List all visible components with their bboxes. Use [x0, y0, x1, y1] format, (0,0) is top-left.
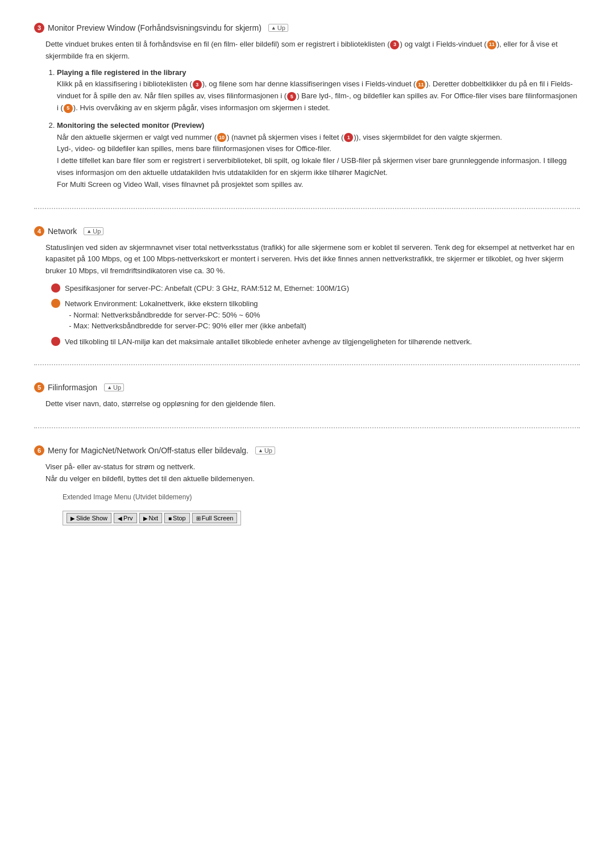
toolbar-box: ▶ Slide Show ◀ Prv ▶ Nxt ■ Stop [63, 511, 241, 525]
section-icon-monitor: 3 [34, 23, 44, 33]
toolbar-btn-fullscreen[interactable]: ⊞ Full Screen [192, 513, 238, 523]
list-item-1-title: Playing a file registered in the library [57, 68, 186, 77]
prv-icon: ◀ [118, 515, 122, 521]
section-network-up-link[interactable]: ▲ Up [84, 227, 103, 235]
inline-icon-1c: 5 [287, 92, 296, 101]
section-filinformasjon-body: Dette viser navn, dato, størrelse og opp… [34, 398, 580, 410]
toolbar-btn-slideshow[interactable]: ▶ Slide Show [67, 513, 111, 523]
section-icon-network: 4 [34, 226, 44, 236]
extended-menu-label: Extended Image Menu (Utvidet bildemeny) [63, 492, 580, 503]
section-meny-intro: Viser på- eller av-status for strøm og n… [45, 461, 580, 485]
toolbar-btn-nxt[interactable]: ▶ Nxt [139, 513, 163, 523]
inline-icon-fields: 11 [487, 40, 496, 49]
network-bullet-3-text: Ved tilkobling til LAN-miljø kan det mak… [65, 336, 472, 348]
section-monitor-intro: Dette vinduet brukes enten til å forhånd… [45, 39, 580, 62]
section-icon-meny: 6 [34, 445, 44, 456]
network-bullet-2: Network Environment: Lokalnettverk, ikke… [51, 298, 580, 332]
up-arrow-icon-3: ▲ [107, 385, 112, 390]
list-item-2-body: Når den aktuelle skjermen er valgt ved n… [57, 133, 567, 189]
nxt-icon: ▶ [143, 515, 148, 521]
toolbar-btn-stop-label: Stop [173, 515, 186, 521]
network-bullet-1-text: Spesifikasjoner for server-PC: Anbefalt … [65, 283, 349, 294]
divider-2 [34, 364, 580, 365]
extended-menu-bar: ▶ Slide Show ◀ Prv ▶ Nxt ■ Stop [63, 506, 580, 525]
stop-icon: ■ [168, 515, 172, 521]
section-network: 4 Network ▲ Up Statuslinjen ved siden av… [34, 226, 580, 348]
up-arrow-icon-2: ▲ [86, 228, 92, 234]
bullet-dot-2 [51, 299, 60, 308]
bullet-dot-3 [51, 337, 60, 346]
list-item-1-body: Klikk på en klassifisering i bibliotekli… [57, 80, 577, 112]
section-meny: 6 Meny for MagicNet/Network On/Off-statu… [34, 445, 580, 525]
toolbar-btn-slideshow-label: Slide Show [76, 515, 107, 521]
section-network-body: Statuslinjen ved siden av skjermnavnet v… [34, 242, 580, 348]
section-meny-up-link[interactable]: ▲ Up [255, 446, 275, 454]
divider-3 [34, 427, 580, 428]
up-label-3: Up [113, 384, 121, 391]
slideshow-icon: ▶ [70, 515, 75, 521]
section-meny-header: 6 Meny for MagicNet/Network On/Off-statu… [34, 445, 580, 456]
bullet-dot-1 [51, 283, 60, 293]
up-label: Up [277, 24, 285, 31]
inline-icon-1d: 5 [64, 104, 73, 113]
divider-1 [34, 208, 580, 209]
section-filinformasjon-title: Filinformasjon [48, 383, 97, 392]
section-monitor-up-link[interactable]: ▲ Up [268, 24, 288, 32]
inline-icon-1a: 3 [193, 80, 202, 89]
section-network-header: 4 Network ▲ Up [34, 226, 580, 236]
up-arrow-icon: ▲ [271, 25, 276, 31]
section-meny-body: Viser på- eller av-status for strøm og n… [34, 461, 580, 525]
up-label-2: Up [93, 228, 101, 235]
toolbar-btn-stop[interactable]: ■ Stop [164, 513, 190, 523]
inline-icon-2a: 10 [217, 133, 226, 142]
section-monitor-title: Monitor Preview Window (Forhåndsvisnings… [48, 23, 262, 32]
monitor-list-item-1: Playing a file registered in the library… [57, 67, 580, 114]
toolbar-btn-prv[interactable]: ◀ Prv [114, 513, 137, 523]
section-monitor-preview: 3 Monitor Preview Window (Forhåndsvisnin… [34, 23, 580, 191]
monitor-ordered-list: Playing a file registered in the library… [45, 67, 580, 191]
toolbar-btn-nxt-label: Nxt [149, 515, 159, 521]
toolbar-btn-prv-label: Prv [123, 515, 133, 521]
fullscreen-icon: ⊞ [196, 515, 201, 521]
inline-icon-1b: 11 [416, 80, 425, 89]
section-filinformasjon-header: 5 Filinformasjon ▲ Up [34, 382, 580, 393]
section-network-intro: Statuslinjen ved siden av skjermnavnet v… [45, 242, 580, 277]
section-monitor-body: Dette vinduet brukes enten til å forhånd… [34, 39, 580, 191]
page-content: 3 Monitor Preview Window (Forhåndsvisnin… [34, 23, 580, 525]
network-bullet-1: Spesifikasjoner for server-PC: Anbefalt … [51, 283, 580, 294]
section-icon-filinformasjon: 5 [34, 382, 44, 393]
section-network-title: Network [48, 227, 77, 236]
inline-icon-library: 3 [390, 40, 399, 49]
section-monitor-preview-header: 3 Monitor Preview Window (Forhåndsvisnin… [34, 23, 580, 33]
monitor-list-item-2: Monitoring the selected monitor (Preview… [57, 120, 580, 191]
inline-icon-2b: 1 [344, 133, 353, 142]
up-label-4: Up [264, 447, 272, 454]
toolbar-btn-fullscreen-label: Full Screen [202, 515, 234, 521]
section-filinformasjon-up-link[interactable]: ▲ Up [104, 383, 124, 391]
network-bullet-2-text: Network Environment: Lokalnettverk, ikke… [65, 298, 306, 332]
section-filinformasjon-intro: Dette viser navn, dato, størrelse og opp… [45, 398, 580, 410]
network-bullet-3: Ved tilkobling til LAN-miljø kan det mak… [51, 336, 580, 348]
section-meny-title: Meny for MagicNet/Network On/Off-status … [48, 446, 248, 455]
section-filinformasjon: 5 Filinformasjon ▲ Up Dette viser navn, … [34, 382, 580, 410]
list-item-2-title: Monitoring the selected monitor (Preview… [57, 121, 204, 130]
network-bullet-list: Spesifikasjoner for server-PC: Anbefalt … [45, 283, 580, 348]
up-arrow-icon-4: ▲ [258, 448, 263, 453]
